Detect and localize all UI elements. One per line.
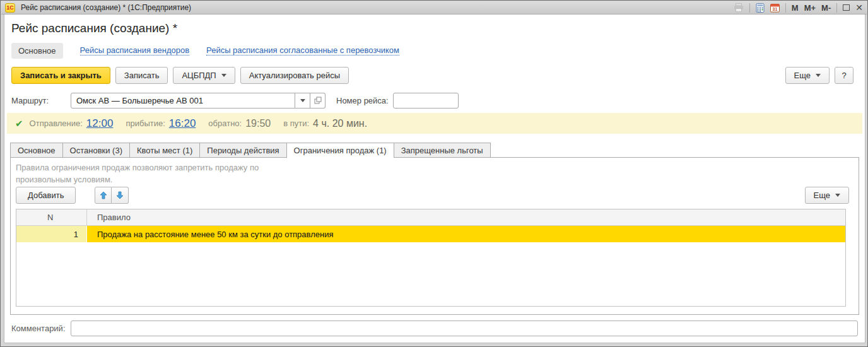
- row-number-cell[interactable]: 1: [16, 226, 87, 242]
- maximize-icon: [843, 4, 850, 11]
- reorder-buttons: [95, 187, 129, 204]
- tab-sales-restrictions[interactable]: Ограничения продаж (1): [286, 143, 394, 158]
- panel-description-line1: Правила ограничения продаж позволяют зап…: [16, 162, 259, 174]
- page-title: Рейс расписания (создание) *: [11, 21, 177, 35]
- titlebar-separator: [749, 3, 750, 13]
- panel-more-button[interactable]: Еще: [805, 187, 849, 204]
- titlebar-buttons: 31 M M+ M- ✕: [734, 3, 863, 13]
- calendar-icon[interactable]: 31: [770, 3, 780, 13]
- route-label: Маршрут:: [11, 96, 71, 105]
- comment-label: Комментарий:: [11, 324, 66, 333]
- panel-description: Правила ограничения продаж позволяют зап…: [16, 162, 259, 185]
- calculator-icon[interactable]: [756, 3, 765, 13]
- duration-value: 4 ч. 20 мин.: [313, 118, 367, 129]
- tab-stops[interactable]: Остановки (3): [62, 143, 129, 158]
- tab-prohibited-benefits[interactable]: Запрещенные льготы: [394, 143, 491, 158]
- panel-description-line2: произвольным условиям.: [16, 174, 259, 185]
- panel-controls: Добавить Еще: [16, 187, 849, 204]
- nav-bar: Основное Рейсы расписания вендоров Рейсы…: [11, 42, 399, 59]
- arrow-down-icon: [116, 191, 124, 199]
- move-down-button[interactable]: [112, 187, 129, 204]
- duration-label: в пути:: [283, 119, 309, 128]
- window-title: Рейс расписания (создание) * (1С:Предпри…: [21, 3, 191, 12]
- svg-text:31: 31: [772, 7, 777, 11]
- route-input[interactable]: [71, 93, 295, 109]
- caret-down-icon: [300, 99, 305, 102]
- trip-info-bar: ✔ Отправление: 12:00 прибытие: 16:20 обр…: [7, 113, 862, 134]
- column-header-n[interactable]: N: [16, 209, 87, 225]
- nav-item-main[interactable]: Основное: [11, 43, 63, 59]
- titlebar-separator: [836, 3, 837, 13]
- toolbar: Записать и закрыть Записать АЦБПДП Актуа…: [11, 66, 853, 84]
- trip-number-label: Номер рейса:: [336, 96, 389, 105]
- tab-main[interactable]: Основное: [10, 143, 62, 158]
- route-row: Маршрут: Номер рейса:: [11, 92, 459, 109]
- open-item-icon: [314, 97, 322, 104]
- return-time-value: 19:50: [245, 118, 271, 129]
- check-icon: ✔: [15, 118, 23, 129]
- tab-bar: Основное Остановки (3) Квоты мест (1) Пе…: [10, 143, 491, 158]
- tab-validity-periods[interactable]: Периоды действия: [199, 143, 286, 158]
- nav-link-vendor-trips[interactable]: Рейсы расписания вендоров: [80, 45, 189, 56]
- close-button[interactable]: ✕: [855, 3, 863, 12]
- actualize-trips-button[interactable]: Актуализировать рейсы: [240, 67, 349, 84]
- add-button[interactable]: Добавить: [16, 187, 76, 204]
- m-plus-button[interactable]: M+: [804, 4, 816, 12]
- m-button[interactable]: M: [792, 4, 799, 12]
- caret-down-icon: [835, 194, 840, 197]
- more-button[interactable]: Еще: [785, 67, 830, 84]
- titlebar[interactable]: 1С Рейс расписания (создание) * (1С:Пред…: [1, 1, 867, 15]
- route-open-button[interactable]: [310, 93, 326, 109]
- return-label: обратно:: [208, 119, 242, 128]
- 1c-logo-text: 1С: [6, 4, 14, 11]
- rule-cell[interactable]: Продажа на расстояние менее 50 км за сут…: [87, 226, 845, 242]
- trip-number-input[interactable]: [393, 93, 459, 109]
- tab-seat-quotas[interactable]: Квоты мест (1): [129, 143, 199, 158]
- departure-label: Отправление:: [30, 119, 83, 128]
- column-header-rule[interactable]: Правило: [87, 209, 845, 225]
- save-and-close-button[interactable]: Записать и закрыть: [11, 67, 110, 84]
- caret-down-icon: [221, 74, 226, 77]
- table-header: N Правило: [16, 209, 845, 226]
- print-icon[interactable]: [734, 3, 744, 12]
- comment-row: Комментарий:: [11, 320, 858, 336]
- form-content: Рейс расписания (создание) * Основное Ре…: [4, 15, 865, 343]
- nav-link-carrier-approved-trips[interactable]: Рейсы расписания согласованные с перевоз…: [206, 45, 399, 56]
- caret-down-icon: [816, 74, 821, 77]
- table-row[interactable]: 1 Продажа на расстояние менее 50 км за с…: [16, 226, 845, 242]
- route-combo: [71, 93, 326, 109]
- comment-input[interactable]: [71, 321, 859, 336]
- departure-time-link[interactable]: 12:00: [86, 117, 114, 130]
- route-dropdown-button[interactable]: [295, 93, 310, 109]
- maximize-button[interactable]: [843, 4, 850, 11]
- arrow-up-icon: [100, 191, 107, 199]
- sales-restrictions-panel: Правила ограничения продаж позволяют зап…: [10, 157, 859, 315]
- arrival-time-link[interactable]: 16:20: [169, 117, 196, 130]
- 1c-logo-icon: 1С: [5, 3, 15, 13]
- acbpdp-menu-button[interactable]: АЦБПДП: [173, 67, 235, 84]
- help-button[interactable]: ?: [835, 67, 853, 84]
- rules-table: N Правило 1 Продажа на расстояние менее …: [16, 209, 846, 307]
- more-label: Еще: [794, 71, 811, 80]
- move-up-button[interactable]: [95, 187, 112, 204]
- save-button[interactable]: Записать: [115, 67, 168, 84]
- panel-more-label: Еще: [814, 191, 830, 200]
- arrival-label: прибытие:: [126, 119, 165, 128]
- app-window: 1С Рейс расписания (создание) * (1С:Пред…: [0, 0, 868, 347]
- acbpdp-label: АЦБПДП: [182, 71, 216, 80]
- m-minus-button[interactable]: M-: [821, 4, 831, 12]
- titlebar-separator: [785, 3, 786, 13]
